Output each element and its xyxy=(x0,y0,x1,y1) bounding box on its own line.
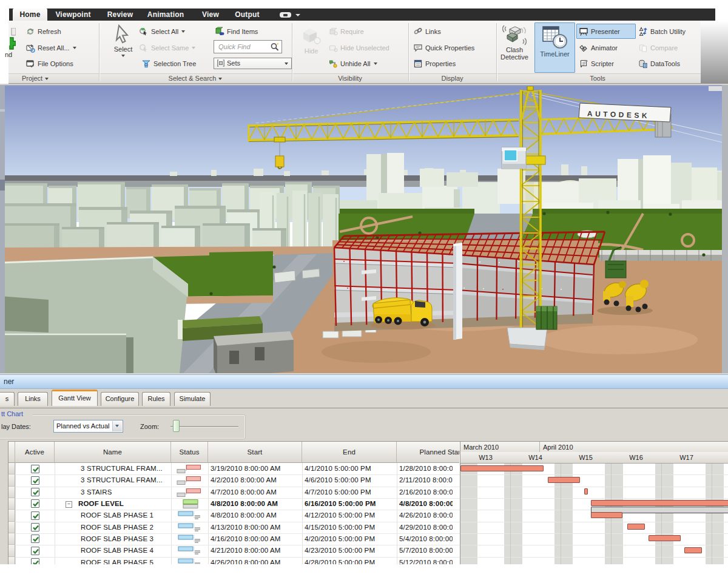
properties-button[interactable]: Properties xyxy=(413,58,456,69)
require-button[interactable]: Require xyxy=(328,26,364,37)
column-header-start[interactable]: Start xyxy=(208,442,302,463)
selection-tree-button[interactable]: Selection Tree xyxy=(141,58,196,69)
gantt-row-line xyxy=(460,557,728,558)
quick-find-input[interactable]: Quick Find xyxy=(214,40,282,53)
ribbon-tab-viewpoint[interactable]: Viewpoint xyxy=(50,8,96,21)
group-label-display[interactable]: Display xyxy=(408,75,496,83)
presenter-button[interactable]: Presenter xyxy=(579,26,620,37)
timeliner-title-bar[interactable]: ner xyxy=(0,374,728,389)
group-label-visibility[interactable]: Visibility xyxy=(292,75,408,83)
row-selector-cell[interactable] xyxy=(8,463,15,474)
select-big-button[interactable]: Select xyxy=(104,22,142,72)
collapse-icon[interactable]: − xyxy=(66,501,72,508)
active-checkbox[interactable] xyxy=(31,523,39,531)
active-checkbox[interactable] xyxy=(31,488,39,496)
row-selector-cell[interactable] xyxy=(8,510,15,521)
row-selector-cell[interactable] xyxy=(8,533,15,545)
datatools-button[interactable]: DataTools xyxy=(638,58,680,69)
ribbon-tab-animation[interactable]: Animation xyxy=(143,8,188,21)
weekend-stripe xyxy=(504,463,522,565)
active-checkbox[interactable] xyxy=(31,511,39,520)
quick-properties-button[interactable]: Quick Properties xyxy=(413,42,474,53)
weekend-stripe xyxy=(655,463,673,565)
3d-viewport[interactable]: AUTODESK xyxy=(0,85,728,373)
row-selector-cell[interactable] xyxy=(8,498,15,510)
gantt-bar-actual[interactable] xyxy=(591,512,622,518)
column-header-active[interactable]: Active xyxy=(15,442,55,463)
hide-big-button[interactable]: Hide xyxy=(295,22,327,72)
task-start: 4/8/2010 8:00:00 AM xyxy=(211,498,302,510)
ribbon-tab-output[interactable]: Output xyxy=(228,8,266,21)
timeliner-tab-configure[interactable]: Configure xyxy=(101,392,139,406)
tabbar-dropdown-caret[interactable] xyxy=(295,14,300,16)
active-checkbox[interactable] xyxy=(31,547,39,555)
gantt-bar-actual[interactable] xyxy=(460,465,544,471)
unhide-all-button[interactable]: Unhide All xyxy=(328,58,377,69)
render-style-icon[interactable] xyxy=(280,12,291,18)
row-selector-cell[interactable] xyxy=(8,487,15,498)
column-header-status[interactable]: Status xyxy=(171,442,208,463)
column-header-name[interactable]: Name xyxy=(55,442,171,463)
animator-button[interactable]: Animator xyxy=(579,42,618,53)
refresh-button[interactable]: Refresh xyxy=(25,26,61,37)
column-header-planned-start[interactable]: Planned Start xyxy=(397,442,459,463)
label: Animator xyxy=(591,44,618,52)
timeliner-tab-gantt-view[interactable]: Gantt View xyxy=(52,390,98,406)
column-header-clip-planned-start: Planned Start xyxy=(397,442,459,463)
scripter-button[interactable]: Scripter xyxy=(579,58,614,69)
label: Select & Search xyxy=(169,75,217,82)
gantt-bar-actual[interactable] xyxy=(548,477,580,483)
batch-utility-button[interactable]: Batch Utility xyxy=(638,26,686,37)
row-selector-cell[interactable] xyxy=(8,522,15,533)
gantt-bar-actual[interactable] xyxy=(584,488,588,494)
select-all-button[interactable]: Select All xyxy=(139,26,185,37)
task-start: 3/19/2010 8:00:00 AM xyxy=(211,463,302,474)
active-checkbox[interactable] xyxy=(31,465,39,473)
ribbon-tab-home[interactable]: Home xyxy=(13,8,47,21)
reset-all-button[interactable]: Reset All... xyxy=(25,42,76,53)
select-same-button[interactable]: Select Same xyxy=(139,42,195,53)
gantt-chart[interactable]: March 2010April 2010W13W14W15W16W17 xyxy=(460,442,728,565)
links-button[interactable]: Links xyxy=(413,26,441,37)
append-button-partial[interactable] xyxy=(7,28,16,52)
active-checkbox[interactable] xyxy=(31,535,39,543)
hide-cube-icon xyxy=(300,26,322,47)
gantt-bar-actual[interactable] xyxy=(684,547,702,553)
display-dates-select[interactable]: Planned vs Actual xyxy=(53,420,123,433)
gantt-row-line xyxy=(460,545,728,545)
timeliner-tab-s[interactable]: s xyxy=(0,392,15,406)
requ-icon xyxy=(328,27,338,36)
timeliner-tab-simulate[interactable]: Simulate xyxy=(174,392,211,406)
group-label-project[interactable]: Project xyxy=(4,75,67,83)
combo-dropdown-button[interactable] xyxy=(112,421,122,431)
row-selector-cell[interactable] xyxy=(8,474,15,486)
row-selector-cell[interactable] xyxy=(8,545,15,556)
week-label: W17 xyxy=(661,452,712,463)
timeliner-tab-rules[interactable]: Rules xyxy=(142,392,170,406)
group-label-select_search[interactable]: Select & Search xyxy=(99,75,292,83)
hide-unselected-button[interactable]: Hide Unselected xyxy=(328,42,389,53)
ribbon-tab-review[interactable]: Review xyxy=(102,8,138,21)
gantt-bar-actual[interactable] xyxy=(591,500,728,506)
timeliner-tab-links[interactable]: Links xyxy=(18,392,48,406)
task-end: 4/6/2010 5:00:00 PM xyxy=(305,474,396,486)
group-label-tools[interactable]: Tools xyxy=(496,75,699,83)
timeliner-button[interactable]: TimeLiner xyxy=(534,22,575,73)
file-options-button[interactable]: File Options xyxy=(25,58,73,69)
column-header-end[interactable]: End xyxy=(302,442,397,463)
sets-dropdown[interactable]: Sets xyxy=(214,58,292,69)
zoom-slider-track[interactable] xyxy=(170,426,238,428)
row-selector-cell[interactable] xyxy=(8,557,15,565)
zoom-slider-thumb[interactable] xyxy=(173,420,180,432)
gantt-bar-actual[interactable] xyxy=(627,524,645,530)
active-checkbox[interactable] xyxy=(31,499,39,508)
clash-detective-button[interactable]: ClashDetective xyxy=(496,22,533,72)
viewport-scene: AUTODESK xyxy=(0,85,728,373)
unhide-icon xyxy=(328,59,338,69)
compare-button[interactable]: Compare xyxy=(638,42,678,53)
task-end: 4/23/2010 5:00:00 PM xyxy=(305,545,396,556)
find-items-button[interactable]: Find Items xyxy=(215,26,258,37)
active-checkbox[interactable] xyxy=(31,476,39,485)
ribbon-tab-view[interactable]: View xyxy=(195,8,226,21)
gantt-bar-actual[interactable] xyxy=(649,535,681,541)
